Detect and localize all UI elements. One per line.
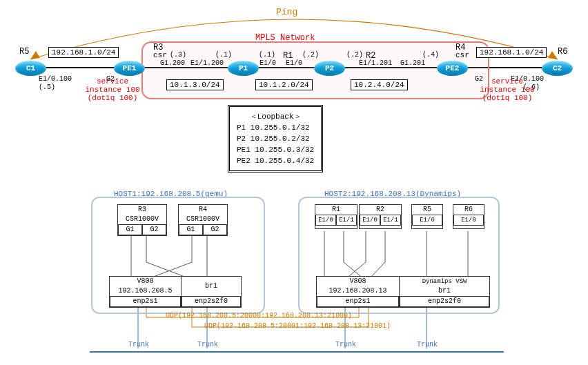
host2-r5: R5 bbox=[412, 205, 442, 215]
host2-r2-box: R2 E1/0 E1/1 bbox=[359, 204, 402, 229]
host1-r4: R4 bbox=[179, 205, 227, 215]
host2-ip: 192.168.208.13 bbox=[317, 286, 399, 296]
host1-r4-sub: CSR1000V bbox=[179, 215, 227, 224]
r5-label: R5 bbox=[19, 47, 29, 57]
host2-e11a: E1/1 bbox=[336, 215, 357, 226]
host2-e10d: E1/0 bbox=[453, 215, 484, 226]
router-pe2: PE2 bbox=[437, 61, 468, 76]
host1-g1a: G1 bbox=[118, 224, 142, 235]
host2-e10b: E1/0 bbox=[360, 215, 380, 226]
host1-enp2: enp2s2f0 bbox=[182, 296, 241, 307]
udp2-label: UDP(192.168.208.5:20001:192.168.208.13:2… bbox=[204, 322, 391, 330]
svc-left-l1: service bbox=[81, 77, 144, 86]
host2-sw-row: V808 192.168.208.13 enp2s1 Dynamips VSW … bbox=[316, 276, 490, 308]
router-p1: P1 bbox=[228, 61, 259, 76]
e10-b: E1/0 bbox=[286, 59, 302, 67]
host2-r6-box: R6 E1/0 bbox=[453, 204, 484, 229]
router-p2: P2 bbox=[314, 61, 345, 76]
mpls-label: MPLS Network bbox=[255, 33, 315, 43]
g1-200: G1.200 bbox=[160, 59, 185, 67]
e10-a: E1/0 bbox=[259, 59, 276, 67]
subnet-right: 192.168.1.0/24 bbox=[476, 47, 547, 58]
loopback-l4: PE2 10.255.0.4/32 bbox=[237, 155, 314, 166]
trunk3: Trunk bbox=[335, 341, 356, 348]
host2-e10a: E1/0 bbox=[315, 215, 336, 226]
loopback-l3: PE1 10.255.0.3/32 bbox=[237, 144, 314, 155]
trunk2: Trunk bbox=[197, 341, 218, 348]
host1-v808: V808 bbox=[110, 277, 181, 286]
host2-r1: R1 bbox=[315, 205, 357, 215]
csr-left-label: csr bbox=[153, 51, 167, 59]
svg-marker-0 bbox=[30, 51, 40, 59]
host2-dvsw: Dynamips VSW bbox=[400, 277, 489, 286]
dot2a: (.2) bbox=[302, 51, 319, 59]
svc-right-l3: (dot1q 100) bbox=[476, 94, 538, 102]
host1-enp1: enp2s1 bbox=[110, 296, 181, 307]
svc-right-l1: service bbox=[476, 77, 538, 86]
host1-r3-box: R3 CSR1000V G1 G2 bbox=[117, 204, 167, 236]
ping-label: Ping bbox=[276, 7, 297, 17]
host2-e11b: E1/1 bbox=[380, 215, 401, 226]
dot3: (.3) bbox=[170, 51, 186, 59]
host2-br1: br1 bbox=[400, 286, 489, 296]
e10-100-l: E1/0.100 bbox=[39, 75, 72, 83]
host1-br1: br1 bbox=[182, 277, 241, 296]
host2-e10c: E1/0 bbox=[412, 215, 442, 226]
e11-201: E1/1.201 bbox=[359, 59, 392, 67]
svc-left-l2: instance 100 bbox=[81, 86, 144, 94]
host1-sw-row: V808 192.168.208.5 enp2s1 br1 enp2s2f0 bbox=[109, 276, 242, 308]
dot1b: (.1) bbox=[259, 51, 275, 59]
loopback-box: ＜Loopback＞ P1 10.255.0.1/32 P2 10.255.0.… bbox=[228, 105, 323, 172]
loopback-title: ＜Loopback＞ bbox=[237, 111, 314, 122]
svc-right: service instance 100 (dot1q 100) bbox=[476, 77, 538, 102]
loopback-l2: P2 10.255.0.2/32 bbox=[237, 133, 314, 144]
host1-r4-box: R4 CSR1000V G1 G2 bbox=[178, 204, 228, 236]
g1-201: G1.201 bbox=[400, 59, 425, 67]
trunk4: Trunk bbox=[417, 341, 438, 348]
subnet-left: 192.168.1.0/24 bbox=[48, 47, 119, 58]
host1-g2b: G2 bbox=[203, 224, 227, 235]
dot1a: (.1) bbox=[215, 51, 232, 59]
r6-label: R6 bbox=[558, 47, 567, 57]
csr-right-label: csr bbox=[455, 51, 469, 59]
dot4: (.4) bbox=[422, 51, 439, 59]
svc-left: service instance 100 (dot1q 100) bbox=[81, 77, 144, 102]
svc-right-l2: instance 100 bbox=[476, 86, 538, 94]
e11-200: E1/1.200 bbox=[190, 59, 224, 67]
host1-g1b: G1 bbox=[179, 224, 203, 235]
loopback-l1: P1 10.255.0.1/32 bbox=[237, 122, 314, 133]
subnet-24: 10.2.4.0/24 bbox=[351, 79, 408, 90]
host2-r2: R2 bbox=[360, 205, 401, 215]
host1-r3: R3 bbox=[118, 205, 166, 215]
host1-g2a: G2 bbox=[142, 224, 166, 235]
udp1-label: UDP(192.168.208.5:20000:192.168.208.13:2… bbox=[166, 312, 352, 319]
host2-enp1: enp2s1 bbox=[317, 296, 399, 307]
host2-enp2: enp2s2f0 bbox=[400, 296, 489, 307]
trunk1: Trunk bbox=[128, 341, 149, 348]
router-c1: C1 bbox=[15, 61, 46, 76]
dot2b: (.2) bbox=[346, 51, 363, 59]
svg-marker-1 bbox=[548, 51, 558, 59]
host1-ip: 192.168.208.5 bbox=[110, 286, 181, 296]
host2-r5-box: R5 E1/0 bbox=[411, 204, 443, 229]
host2-r6: R6 bbox=[453, 205, 484, 215]
subnet-13: 10.1.3.0/24 bbox=[166, 79, 224, 90]
svc-left-l3: (dot1q 100) bbox=[81, 94, 144, 102]
router-pe1: PE1 bbox=[114, 61, 145, 76]
dot5: (.5) bbox=[39, 83, 55, 91]
host2-r1-box: R1 E1/0 E1/1 bbox=[315, 204, 357, 229]
host2-v808: V808 bbox=[317, 277, 399, 286]
host1-r3-sub: CSR1000V bbox=[118, 215, 166, 224]
subnet-12: 10.1.2.0/24 bbox=[255, 79, 313, 90]
router-c2: C2 bbox=[542, 61, 573, 76]
